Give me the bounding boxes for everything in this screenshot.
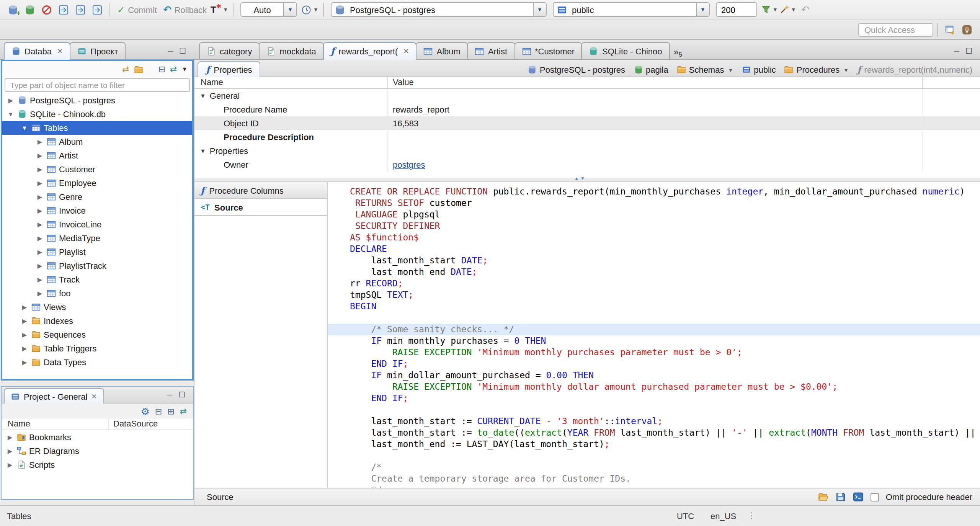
sql-editor-icon[interactable]	[56, 2, 71, 17]
project-item-bookmarks[interactable]: ▶ Bookmarks	[2, 430, 193, 444]
minimize-icon[interactable]: ─	[167, 391, 172, 399]
refresh-icon[interactable]: ⇄	[180, 407, 187, 415]
open-perspective-icon[interactable]	[942, 22, 958, 38]
chevron-down-icon[interactable]: ▼	[533, 3, 546, 16]
property-group-properties[interactable]: ▼Properties	[194, 144, 980, 158]
connection-select[interactable]: PostgreSQL - postgres ▼	[331, 2, 547, 17]
tab-mockdata[interactable]: mockdata	[259, 42, 323, 59]
breadcrumb-item-procedure[interactable]: ƒ rewards_report(int4,numeric)	[857, 65, 972, 74]
tree-item-tables[interactable]: ▼ Tables	[2, 121, 192, 135]
sql-history-icon[interactable]: ▼	[301, 2, 318, 17]
expand-arrow-icon[interactable]: ▶	[21, 317, 28, 324]
code-line[interactable]: CREATE OR REPLACE FUNCTION public.reward…	[328, 186, 980, 198]
tab-overflow-indicator[interactable]: » 5	[674, 47, 682, 59]
expand-arrow-icon[interactable]: ▶	[6, 448, 14, 454]
tree-item-table[interactable]: ▶Employee	[2, 176, 192, 190]
tree-item-indexes[interactable]: ▶Indexes	[2, 314, 192, 328]
tab-sqlite-chinook[interactable]: SQLite - Chinoo	[581, 42, 670, 59]
filters-icon[interactable]: ▼	[761, 2, 778, 17]
connect-icon[interactable]	[22, 2, 38, 17]
maximize-icon[interactable]: ☐	[178, 391, 185, 399]
maximize-icon[interactable]: ☐	[965, 47, 972, 55]
code-line[interactable]: RAISE EXCEPTION 'Minimum monthly dollar …	[328, 381, 980, 393]
column-header-name[interactable]: Name	[194, 77, 388, 88]
code-line[interactable]: RETURNS SETOF customer	[328, 198, 980, 209]
minimize-icon[interactable]: ─	[168, 47, 173, 55]
tab-procedure-columns[interactable]: ƒ Procedure Columns	[194, 182, 327, 199]
code-line[interactable]: /*	[328, 462, 980, 473]
expand-arrow-icon[interactable]: ▶	[36, 221, 44, 228]
transaction-log-icon[interactable]: T✱▼	[211, 2, 228, 17]
tab-category[interactable]: category	[199, 42, 260, 59]
minimize-icon[interactable]: ─	[954, 47, 959, 55]
console-icon[interactable]	[853, 492, 864, 502]
save-icon[interactable]	[835, 492, 846, 502]
expand-arrow-icon[interactable]: ▶	[6, 434, 14, 441]
code-line[interactable]: Create a temporary storage area for Cust…	[328, 473, 980, 485]
timezone-indicator[interactable]: UTC	[677, 511, 694, 521]
code-line[interactable]: last_month_start := to_date((extract(YEA…	[328, 427, 980, 439]
expand-arrow-icon[interactable]: ▶	[36, 290, 44, 297]
code-line[interactable]: AS $function$	[328, 232, 980, 243]
object-filter-input[interactable]	[5, 78, 190, 92]
expand-arrow-icon[interactable]: ▶	[21, 345, 28, 352]
horizontal-splitter[interactable]: ▲▼	[194, 178, 980, 182]
code-line[interactable]: IF min_monthly_purchases = 0 THEN	[328, 335, 980, 347]
code-line[interactable]: END IF;	[328, 393, 980, 404]
new-folder-icon[interactable]	[134, 65, 143, 74]
property-row-procedure-name[interactable]: Procedure Name rewards_report	[194, 103, 980, 116]
expand-arrow-icon[interactable]: ▶	[7, 97, 15, 104]
breadcrumb-item-schemas[interactable]: Schemas ▼	[677, 65, 733, 74]
expand-arrow-icon[interactable]: ▶	[21, 359, 28, 366]
disconnect-icon[interactable]	[39, 2, 54, 17]
tree-item-table[interactable]: ▶Artist	[2, 149, 192, 162]
code-line[interactable]	[328, 450, 980, 462]
tree-item-table[interactable]: ▶Invoice	[2, 204, 192, 217]
locale-indicator[interactable]: en_US	[710, 511, 736, 521]
gear-icon[interactable]: ⚙	[140, 406, 149, 416]
tab-rewards-report[interactable]: ƒ rewards_report( ✕	[323, 42, 417, 60]
code-line[interactable]: LANGUAGE plpgsql	[328, 209, 980, 221]
tree-item-sqlite-connection[interactable]: ▼ SQLite - Chinook.db	[2, 107, 192, 121]
collapse-all-icon[interactable]: ⊟	[155, 407, 162, 415]
breadcrumb-item-procedures[interactable]: Procedures ▼	[784, 65, 849, 74]
code-line[interactable]: */	[328, 485, 980, 488]
tree-item-table[interactable]: ▶Album	[2, 135, 192, 149]
project-item-er-diagrams[interactable]: ▶ ER Diagrams	[2, 444, 193, 458]
expand-arrow-icon[interactable]: ▶	[21, 331, 28, 338]
expand-arrow-icon[interactable]: ▶	[36, 138, 44, 145]
breadcrumb-item-connection[interactable]: PostgreSQL - postgres	[528, 65, 625, 74]
open-sql-script-icon[interactable]	[73, 2, 88, 17]
tab-project-general[interactable]: Project - General ✕	[4, 388, 104, 403]
property-row-procedure-description[interactable]: Procedure Description	[194, 130, 980, 144]
expand-arrow-icon[interactable]: ▶	[36, 180, 44, 186]
property-row-owner[interactable]: Owner postgres	[194, 158, 980, 172]
view-menu-icon[interactable]: ▼	[181, 66, 188, 72]
code-line[interactable]	[328, 312, 980, 324]
code-line[interactable]: DECLARE	[328, 243, 980, 255]
dbeaver-perspective-icon[interactable]	[959, 22, 975, 38]
expand-arrow-icon[interactable]: ▶	[36, 262, 44, 269]
tree-item-table[interactable]: ▶Playlist	[2, 245, 192, 259]
property-group-general[interactable]: ▼General	[194, 89, 980, 103]
back-icon[interactable]: ↶	[798, 2, 813, 17]
code-line[interactable]: SECURITY DEFINER	[328, 221, 980, 232]
new-connection-icon[interactable]: +	[5, 2, 21, 17]
quick-access-input[interactable]	[858, 23, 933, 37]
tree-item-postgres-connection[interactable]: ▶ PostgreSQL - postgres	[2, 93, 192, 107]
tree-item-table[interactable]: ▶InvoiceLine	[2, 217, 192, 231]
expand-arrow-icon[interactable]: ▶	[21, 304, 28, 310]
column-header-datasource[interactable]: DataSource	[109, 419, 193, 430]
schema-select[interactable]: public ▼	[553, 2, 710, 17]
tab-source[interactable]: <T Source	[194, 199, 327, 216]
close-icon[interactable]: ✕	[91, 392, 97, 400]
collapse-arrow-icon[interactable]: ▼	[21, 124, 28, 131]
new-sql-editor-icon[interactable]	[90, 2, 105, 17]
expand-arrow-icon[interactable]: ▶	[36, 166, 44, 173]
expand-arrow-icon[interactable]: ▶	[36, 152, 44, 159]
tree-item-table-triggers[interactable]: ▶Table Triggers	[2, 341, 192, 355]
chevron-down-icon[interactable]: ▼	[283, 3, 296, 16]
commit-button[interactable]: ✓ Commit	[117, 2, 157, 17]
close-icon[interactable]: ✕	[403, 47, 409, 55]
tree-item-views[interactable]: ▶Views	[2, 300, 192, 314]
